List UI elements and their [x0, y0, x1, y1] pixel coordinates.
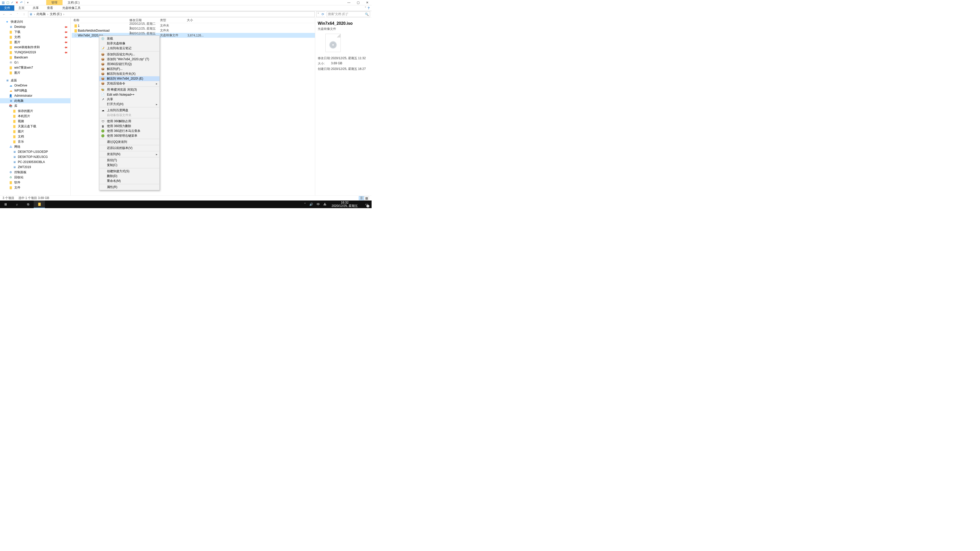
nav-up-button[interactable]: ↑: [21, 13, 27, 16]
chevron-right-icon[interactable]: ›: [63, 13, 64, 16]
ribbon-file[interactable]: 文件: [0, 5, 14, 11]
search-input[interactable]: 搜索"文档 (E:)" 🔍: [327, 11, 370, 17]
refresh-icon[interactable]: ⟳: [321, 13, 324, 16]
tree-item[interactable]: ▇文档: [0, 134, 70, 139]
breadcrumb-dropdown-icon[interactable]: ˅: [318, 13, 319, 16]
tree-item[interactable]: ▇图片: [0, 129, 70, 134]
menu-item[interactable]: 复制(C): [99, 163, 159, 168]
network-icon[interactable]: 🖧: [323, 203, 326, 206]
action-center-button[interactable]: ▭ 3: [363, 200, 370, 208]
tree-item[interactable]: ▇下载📌: [0, 29, 70, 35]
menu-item[interactable]: 发送到(N) ▸: [99, 152, 159, 157]
tree-item[interactable]: ▇YUNQISHI2019📌: [0, 50, 70, 55]
tree-item[interactable]: 📚库: [0, 103, 70, 108]
nav-recent-dropdown[interactable]: ˅: [15, 13, 20, 16]
tree-item[interactable]: ☁WPS网盘: [0, 88, 70, 93]
chevron-right-icon[interactable]: ›: [34, 13, 35, 16]
menu-item[interactable]: 🟢 使用 360管理右键菜单: [99, 133, 159, 138]
thumbnails-view-button[interactable]: ▦: [364, 196, 369, 200]
column-type[interactable]: 类型: [160, 18, 187, 22]
qat-delete-icon[interactable]: ✕: [15, 0, 19, 5]
menu-item[interactable]: 创建快捷方式(S): [99, 169, 159, 174]
menu-item[interactable]: 重命名(M): [99, 179, 159, 183]
chevron-right-icon[interactable]: ›: [47, 13, 48, 16]
menu-item[interactable]: 🗑 使用 360强力删除: [99, 124, 159, 129]
taskbar-clock[interactable]: 16:32 2020/12/25, 星期五: [330, 201, 360, 208]
menu-item[interactable]: 📄 Edit with Notepad++: [99, 92, 159, 97]
tree-item[interactable]: 🖥PC-20190530OBLA: [0, 159, 70, 165]
qat-new-icon[interactable]: ▢: [6, 0, 10, 5]
file-row[interactable]: ▇ BaiduNetdiskDownload 2020/12/25, 星期五 1…: [72, 28, 315, 33]
close-button[interactable]: ✕: [366, 1, 369, 4]
menu-item[interactable]: 剪切(T): [99, 158, 159, 163]
taskbar-search-button[interactable]: ⌕: [11, 200, 22, 208]
tree-item[interactable]: ♻回收站: [0, 175, 70, 180]
breadcrumb[interactable]: 🖥 › 此电脑 › 文档 (E:) ›: [28, 11, 315, 17]
menu-item[interactable]: 💿 装载: [99, 36, 159, 41]
help-icon[interactable]: ?: [368, 6, 369, 10]
ribbon-home[interactable]: 主页: [14, 5, 29, 11]
ribbon-collapse-icon[interactable]: ˅: [365, 6, 366, 10]
tray-chevron-up-icon[interactable]: ˄: [304, 203, 306, 206]
tree-item[interactable]: ▇文档📌: [0, 35, 70, 40]
taskbar-explorer[interactable]: ▇: [34, 200, 45, 208]
qat-save-icon[interactable]: ✓: [10, 0, 14, 5]
tree-item[interactable]: ▇软件: [0, 180, 70, 185]
ribbon-share[interactable]: 共享: [29, 5, 43, 11]
ribbon-view[interactable]: 查看: [43, 5, 57, 11]
task-view-button[interactable]: ⧉: [22, 200, 34, 208]
tree-item[interactable]: ▇视频: [0, 119, 70, 124]
nav-forward-button[interactable]: →: [8, 13, 13, 16]
file-row[interactable]: ▇ 1 2020/12/15, 星期二 1... 文件夹: [72, 23, 315, 28]
menu-item[interactable]: 还原以前的版本(V): [99, 146, 159, 151]
menu-item[interactable]: 🐝 用 蜂蜜浏览器 浏览(3): [99, 87, 159, 92]
contextual-tab-manage[interactable]: 管理: [46, 0, 62, 5]
tree-item[interactable]: ☁OneDrive: [0, 83, 70, 88]
menu-item[interactable]: 📝 上传到有道云笔记: [99, 46, 159, 51]
ime-indicator[interactable]: 中: [317, 202, 320, 206]
tree-item[interactable]: ▇本机照片: [0, 114, 70, 119]
tree-item[interactable]: ▇音乐: [0, 139, 70, 144]
tree-item[interactable]: 🖥此电脑: [0, 98, 70, 103]
tree-item[interactable]: ▇Bandicam: [0, 55, 70, 60]
menu-item[interactable]: 🛡 使用 360解除占用: [99, 119, 159, 124]
tree-item[interactable]: ▇win7重装win7: [0, 65, 70, 70]
tree-item[interactable]: ⚙控制面板: [0, 170, 70, 175]
maximize-button[interactable]: ▢: [356, 1, 360, 4]
menu-item[interactable]: ☁ 上传到百度网盘: [99, 108, 159, 113]
nav-back-button[interactable]: ←: [2, 13, 6, 16]
tree-item[interactable]: ⛃G:\: [0, 60, 70, 65]
minimize-button[interactable]: —: [347, 1, 351, 4]
qat-undo-icon[interactable]: ↶: [19, 0, 24, 5]
breadcrumb-location[interactable]: 文档 (E:): [50, 12, 62, 16]
tree-item[interactable]: 🖥ZMT2019: [0, 165, 70, 170]
start-button[interactable]: ⊞: [0, 200, 11, 208]
details-view-button[interactable]: ☰: [359, 196, 364, 200]
column-size[interactable]: 大小: [187, 18, 205, 22]
menu-item[interactable]: 📦 解压到(F)...: [99, 67, 159, 71]
tree-item[interactable]: 🖥DESKTOP-NJEU3CG: [0, 154, 70, 159]
tree-item[interactable]: 🖥桌面: [0, 78, 70, 83]
menu-item[interactable]: 📦 解压到当前文件夹(X): [99, 71, 159, 76]
menu-item[interactable]: 📦 解压到 Win7x64_2020\ (E): [99, 76, 159, 81]
menu-item[interactable]: 打开方式(H) ▸: [99, 102, 159, 106]
qat-dropdown-icon[interactable]: ▾: [26, 0, 30, 5]
menu-item[interactable]: 📦 添加到 "Win7x64_2020.zip" (T): [99, 57, 159, 62]
tree-item[interactable]: 🖥Desktop📌: [0, 24, 70, 29]
tree-item[interactable]: 🖥DESKTOP-LSSOEDP: [0, 149, 70, 154]
menu-item[interactable]: 📦 用360压缩打开(Q): [99, 62, 159, 67]
menu-item[interactable]: 🟢 使用 360进行木马云查杀: [99, 129, 159, 133]
menu-item[interactable]: 刻录光盘映像: [99, 41, 159, 46]
column-name[interactable]: 名称: [73, 18, 129, 22]
breadcrumb-root[interactable]: 此电脑: [37, 12, 46, 16]
tree-item[interactable]: ▇天翼云盘下载: [0, 124, 70, 129]
tree-item[interactable]: ▇文件: [0, 185, 70, 190]
menu-item[interactable]: 属性(R): [99, 185, 159, 189]
menu-item[interactable]: ↗ 共享: [99, 97, 159, 102]
tree-item[interactable]: ▇图片📌: [0, 40, 70, 44]
menu-item[interactable]: 📦 添加到压缩文件(A)...: [99, 52, 159, 57]
tree-item[interactable]: ▇图片: [0, 70, 70, 75]
volume-icon[interactable]: 🔊: [309, 203, 313, 206]
ribbon-disc-tools[interactable]: 光盘映像工具: [58, 5, 85, 11]
tree-item[interactable]: 🖧网络: [0, 144, 70, 149]
